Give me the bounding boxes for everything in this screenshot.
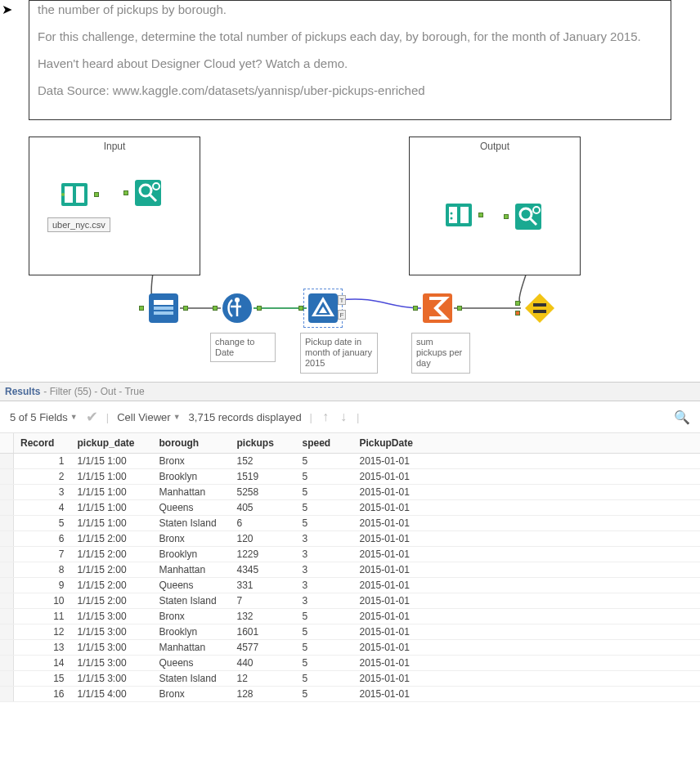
cell[interactable]: 2015-01-01 (353, 671, 701, 687)
cell[interactable]: Bronx (153, 454, 231, 469)
table-row[interactable]: 131/1/15 3:00Manhattan457752015-01-01 (0, 640, 700, 656)
cell[interactable]: 3 (296, 578, 353, 593)
cell[interactable]: 2015-01-01 (353, 516, 701, 531)
cell[interactable]: 1/1/15 2:00 (71, 593, 153, 609)
cell[interactable]: 2015-01-01 (353, 640, 701, 656)
cell[interactable]: 1/1/15 1:00 (71, 516, 153, 531)
table-row[interactable]: 31/1/15 1:00Manhattan525852015-01-01 (0, 485, 700, 500)
cell[interactable]: 4345 (231, 562, 296, 578)
cell[interactable]: 2015-01-01 (353, 454, 701, 469)
apply-check-icon[interactable]: ✔ (86, 408, 98, 426)
cell[interactable]: Brooklyn (153, 547, 231, 562)
cell[interactable]: 5258 (231, 485, 296, 500)
cell[interactable]: 6 (14, 531, 71, 547)
cell[interactable]: 152 (231, 454, 296, 469)
cell[interactable]: Manhattan (153, 640, 231, 656)
cell[interactable]: 1/1/15 4:00 (71, 687, 153, 702)
cell-viewer-dropdown[interactable]: Cell Viewer ▼ (117, 411, 180, 423)
cell[interactable]: 2015-01-01 (353, 593, 701, 609)
output-container[interactable]: Output (409, 137, 581, 275)
cell[interactable]: 5 (296, 516, 353, 531)
cell[interactable]: 10 (14, 593, 71, 609)
input-container[interactable]: Input uber_nyc.csv (29, 137, 200, 275)
col-pickup-date[interactable]: pickup_date (71, 433, 153, 454)
input-port[interactable] (298, 306, 303, 311)
table-row[interactable]: 111/1/15 3:00Bronx13252015-01-01 (0, 609, 700, 624)
cell[interactable]: 5 (296, 609, 353, 624)
table-row[interactable]: 21/1/15 1:00Brooklyn151952015-01-01 (0, 469, 700, 485)
cell[interactable]: 1/1/15 3:00 (71, 656, 153, 671)
cell[interactable]: 5 (296, 454, 353, 469)
cell[interactable]: 440 (231, 656, 296, 671)
cell[interactable]: 5 (14, 516, 71, 531)
cell[interactable]: 1/1/15 2:00 (71, 578, 153, 593)
summarize-tool[interactable] (421, 292, 454, 325)
cell[interactable]: 2015-01-01 (353, 562, 701, 578)
fields-dropdown[interactable]: 5 of 5 Fields ▼ (10, 411, 78, 423)
table-row[interactable]: 141/1/15 3:00Queens44052015-01-01 (0, 656, 700, 671)
input-data-tool[interactable] (58, 178, 91, 211)
cell[interactable]: 12 (231, 671, 296, 687)
cell[interactable]: Queens (153, 500, 231, 516)
table-row[interactable]: 71/1/15 2:00Brooklyn122932015-01-01 (0, 547, 700, 562)
table-row[interactable]: 81/1/15 2:00Manhattan434532015-01-01 (0, 562, 700, 578)
cell[interactable]: 6 (231, 516, 296, 531)
cell[interactable]: Staten Island (153, 671, 231, 687)
cell[interactable]: 132 (231, 609, 296, 624)
cell[interactable]: 120 (231, 531, 296, 547)
browse-tool-output[interactable] (512, 200, 545, 233)
cell[interactable]: Brooklyn (153, 624, 231, 640)
cell[interactable]: 1601 (231, 624, 296, 640)
cell[interactable]: 2015-01-01 (353, 687, 701, 702)
cell[interactable]: 2015-01-01 (353, 547, 701, 562)
col-pickups[interactable]: pickups (231, 433, 296, 454)
cell[interactable]: 2015-01-01 (353, 485, 701, 500)
col-pickupdate[interactable]: PickupDate (353, 433, 701, 454)
results-table[interactable]: Record pickup_date borough pickups speed… (0, 433, 700, 702)
table-row[interactable]: 161/1/15 4:00Bronx12852015-01-01 (0, 687, 700, 702)
cell[interactable]: 3 (296, 531, 353, 547)
cell[interactable]: 331 (231, 578, 296, 593)
output-data-tool[interactable] (442, 199, 475, 231)
cell[interactable]: 8 (14, 562, 71, 578)
formula-tool[interactable] (221, 292, 254, 325)
cell[interactable]: 3 (296, 547, 353, 562)
output-port[interactable] (257, 306, 262, 311)
cell[interactable]: 5 (296, 500, 353, 516)
table-row[interactable]: 101/1/15 2:00Staten Island732015-01-01 (0, 593, 700, 609)
table-row[interactable]: 41/1/15 1:00Queens40552015-01-01 (0, 500, 700, 516)
table-row[interactable]: 91/1/15 2:00Queens33132015-01-01 (0, 578, 700, 593)
cell[interactable]: Manhattan (153, 562, 231, 578)
cell[interactable]: 2015-01-01 (353, 531, 701, 547)
cell[interactable]: 1/1/15 1:00 (71, 454, 153, 469)
cell[interactable]: Bronx (153, 531, 231, 547)
cell[interactable]: 9 (14, 578, 71, 593)
search-icon[interactable]: 🔍 (674, 410, 690, 425)
col-speed[interactable]: speed (296, 433, 353, 454)
select-tool[interactable] (147, 292, 180, 325)
table-row[interactable]: 51/1/15 1:00Staten Island652015-01-01 (0, 516, 700, 531)
cell[interactable]: Queens (153, 656, 231, 671)
cell[interactable]: 1/1/15 1:00 (71, 485, 153, 500)
cell[interactable]: 128 (231, 687, 296, 702)
filter-true-port[interactable]: T (338, 295, 346, 305)
cell[interactable]: 2 (14, 469, 71, 485)
cell[interactable]: 7 (14, 547, 71, 562)
prev-record-button[interactable]: ↑ (321, 410, 330, 424)
cell[interactable]: 1/1/15 3:00 (71, 640, 153, 656)
filter-tool[interactable]: T F (307, 292, 339, 325)
cell[interactable]: 14 (14, 656, 71, 671)
cell[interactable]: 5 (296, 640, 353, 656)
input-port[interactable] (139, 306, 144, 311)
cell[interactable]: 5 (296, 469, 353, 485)
next-record-button[interactable]: ↓ (339, 410, 348, 424)
cell[interactable]: Staten Island (153, 593, 231, 609)
cell[interactable]: 2015-01-01 (353, 624, 701, 640)
cell[interactable]: 7 (231, 593, 296, 609)
input-port-a[interactable] (515, 311, 520, 316)
output-port[interactable] (183, 306, 188, 311)
cell[interactable]: Staten Island (153, 516, 231, 531)
cell[interactable]: 405 (231, 500, 296, 516)
cell[interactable]: 1/1/15 2:00 (71, 547, 153, 562)
cell[interactable]: 1/1/15 1:00 (71, 469, 153, 485)
